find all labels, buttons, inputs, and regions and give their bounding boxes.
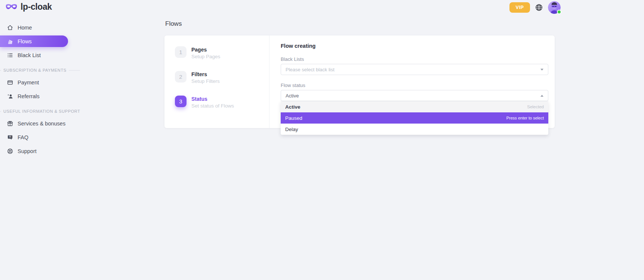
step-number-badge: 3 — [175, 96, 187, 107]
divider — [69, 70, 80, 71]
home-icon — [7, 24, 13, 31]
sidebar-item-black-list[interactable]: Black List — [0, 49, 86, 61]
step-status[interactable]: 3 Status Set status of Flows — [175, 96, 269, 109]
sidebar-item-label: Black List — [18, 52, 41, 58]
sidebar-item-faq[interactable]: ?! FAQ — [0, 131, 86, 143]
step-subtitle: Setup Pages — [191, 54, 220, 59]
chevron-down-icon — [540, 69, 543, 71]
sidebar: Home Flows Black List SUBSCRIPTION & PAY… — [0, 22, 86, 159]
sidebar-item-support[interactable]: Support — [0, 145, 86, 157]
step-title: Status — [191, 96, 234, 102]
page-title: Flows — [165, 20, 555, 28]
divider — [0, 111, 1, 112]
flows-stack-icon — [7, 38, 13, 45]
sidebar-item-referrals[interactable]: Referrals — [0, 90, 86, 102]
sidebar-section-support: USEFUL INFORMATION & SUPPORT — [0, 109, 86, 113]
sidebar-item-services[interactable]: Services & bonuses — [0, 118, 86, 129]
option-hint-press-enter: Press enter to select — [506, 116, 544, 120]
step-number-badge: 1 — [175, 46, 187, 58]
globe-icon[interactable] — [535, 3, 543, 12]
online-status-dot — [557, 10, 561, 14]
step-filters[interactable]: 2 Filters Setup Filters — [175, 71, 269, 84]
option-paused[interactable]: Paused Press enter to select — [281, 112, 548, 124]
credit-card-icon — [7, 79, 13, 86]
option-hint-selected: Selected — [527, 105, 544, 109]
main-content: Flows 1 Pages Setup Pages 2 Filters Setu… — [164, 15, 555, 128]
sidebar-item-label: Referrals — [18, 93, 40, 99]
faq-bubble-icon: ?! — [7, 134, 13, 141]
wizard-stepper: 1 Pages Setup Pages 2 Filters Setup Filt… — [164, 35, 269, 128]
step-title: Filters — [191, 71, 220, 77]
option-label: Active — [285, 104, 301, 110]
app-logo[interactable]: lp-cloak — [5, 2, 52, 12]
sidebar-item-label: Flows — [18, 38, 32, 44]
flow-status-select[interactable]: Active — [281, 90, 548, 101]
list-icon — [7, 52, 13, 59]
step-pages[interactable]: 1 Pages Setup Pages — [175, 46, 269, 59]
form-title: Flow creating — [281, 43, 548, 49]
step-title: Pages — [191, 47, 220, 53]
mask-icon — [5, 3, 18, 11]
flow-status-dropdown: Active Selected Paused Press enter to se… — [281, 101, 548, 135]
header-actions: VIP — [509, 1, 561, 14]
chevron-up-icon — [540, 95, 543, 97]
sidebar-item-label: Payment — [18, 80, 39, 85]
flow-creating-form: Flow creating Black Lists Flow status Ac… — [269, 35, 555, 128]
sidebar-item-payment[interactable]: Payment — [0, 77, 86, 88]
user-avatar[interactable] — [548, 1, 561, 14]
sidebar-item-label: Services & bonuses — [18, 121, 65, 127]
step-number-badge: 2 — [175, 71, 187, 83]
flow-status-label: Flow status — [281, 83, 548, 88]
vip-button[interactable]: VIP — [509, 2, 530, 13]
black-lists-label: Black Lists — [281, 56, 548, 62]
gift-icon — [7, 120, 13, 127]
step-subtitle: Setup Filters — [191, 78, 220, 84]
sidebar-item-flows[interactable]: Flows — [0, 35, 68, 47]
option-label: Paused — [285, 115, 302, 121]
option-delay[interactable]: Delay — [281, 124, 548, 135]
option-active[interactable]: Active Selected — [281, 101, 548, 112]
black-lists-input[interactable] — [286, 67, 540, 72]
black-lists-select[interactable] — [281, 64, 548, 75]
sidebar-section-subscription: SUBSCRIPTION & PAYMENTS — [0, 68, 86, 72]
svg-text:?!: ?! — [9, 136, 11, 138]
sidebar-item-label: Support — [18, 148, 37, 154]
section-title: SUBSCRIPTION & PAYMENTS — [3, 68, 67, 72]
divider — [0, 70, 1, 71]
sidebar-item-home[interactable]: Home — [0, 22, 86, 33]
brand-name: lp-cloak — [21, 2, 52, 12]
person-add-icon — [7, 93, 13, 100]
option-label: Delay — [285, 127, 298, 132]
step-subtitle: Set status of Flows — [191, 103, 234, 109]
sidebar-item-label: Home — [18, 25, 32, 31]
lifebuoy-icon — [7, 148, 13, 155]
flow-wizard-card: 1 Pages Setup Pages 2 Filters Setup Filt… — [164, 35, 555, 128]
flow-status-value: Active — [286, 93, 299, 99]
section-title: USEFUL INFORMATION & SUPPORT — [3, 109, 80, 113]
sidebar-item-label: FAQ — [18, 134, 28, 140]
